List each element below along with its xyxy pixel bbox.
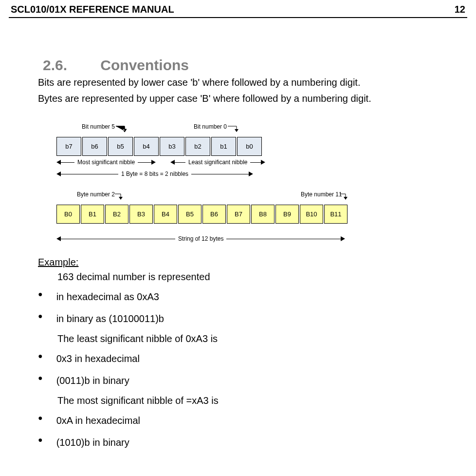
page: SCL010/01X REFERENCE MANUAL 12 2.6. Conv… [0, 0, 476, 476]
bit-cell: b4 [134, 137, 159, 156]
section-title: Conventions [100, 57, 189, 73]
intro-line-2: Bytes are represented by upper case 'B' … [38, 92, 461, 106]
bullet-text: in hexadecimal as 0xA3 [56, 290, 159, 304]
byte-cells-row: B0 B1 B2 B3 B4 B5 B6 B7 B8 B9 B10 B11 [56, 205, 461, 224]
example-line-2: The least significant nibble of 0xA3 is [57, 332, 461, 346]
example-line-3: The most significant nibble of =xA3 is [57, 394, 461, 408]
bullet-icon: ● [38, 288, 43, 301]
bullet-text: (1010)b in binary [56, 436, 129, 450]
intro-line-1: Bits are represented by lower case 'b' w… [38, 76, 461, 90]
bullet-icon: ● [38, 434, 43, 446]
byte-line-left-icon [56, 171, 118, 176]
byte-cell: B7 [227, 205, 250, 224]
bullet-icon: ● [38, 310, 43, 323]
byte-cell: B10 [300, 205, 323, 224]
byte-cell: B11 [324, 205, 348, 224]
byte-11-label: Byte number 11 [301, 191, 342, 198]
svg-marker-10 [344, 197, 348, 200]
svg-marker-4 [235, 129, 238, 132]
pointer-byte11-icon [340, 192, 351, 203]
bit-cell: b3 [160, 137, 184, 156]
msn-arrow-icon [56, 160, 74, 165]
bullet-text: (0011)b in binary [56, 374, 129, 388]
bullet-text: in binary as (10100011)b [56, 312, 164, 326]
msn-arrow-right-icon [138, 160, 156, 165]
bullet-icon: ● [38, 350, 43, 362]
byte-cell: B2 [105, 205, 128, 224]
byte-2-label: Byte number 2 [77, 191, 115, 198]
string-arrow-left-icon [56, 236, 175, 241]
byte-cell: B4 [154, 205, 177, 224]
example-heading: Example: [38, 257, 461, 268]
lsn-label: Least significant nibble [188, 159, 247, 166]
lsn-arrow-right-icon [250, 160, 265, 165]
content-area: 2.6. Conventions Bits are represented by… [0, 57, 476, 452]
conventions-diagram: Bit number 5 Bit number 0 b7 b6 b5 b4 b3… [38, 123, 461, 242]
list-item: ●(0011)b in binary [38, 372, 461, 390]
bit-cell: b7 [56, 137, 81, 156]
list-item: ●0xA in hexadecimal [38, 412, 461, 430]
bit-0-label: Bit number 0 [194, 123, 227, 130]
byte-cell: B3 [129, 205, 153, 224]
bit-cell: b1 [211, 137, 236, 156]
byte-cell: B6 [202, 205, 226, 224]
bullet-text: 0xA in hexadecimal [56, 414, 140, 428]
svg-marker-7 [119, 197, 123, 200]
byte-equation-label: 1 Byte = 8 bits = 2 nibbles [121, 171, 188, 177]
string-arrow-right-icon [226, 236, 345, 241]
byte-cell: B5 [178, 205, 201, 224]
list-item: ●(1010)b in binary [38, 434, 461, 452]
section-heading: 2.6. Conventions [43, 57, 461, 74]
byte-cell: B9 [275, 205, 299, 224]
list-item: ●0x3 in hexadecimal [38, 350, 461, 368]
string-label: String of 12 bytes [178, 235, 223, 242]
header-rule [9, 17, 467, 18]
lsn-arrow-icon [170, 160, 185, 165]
section-number: 2.6. [43, 57, 96, 74]
byte-cell: B1 [81, 205, 104, 224]
pointer-byte2-icon [115, 192, 127, 203]
list-item: ●in binary as (10100011)b [38, 310, 461, 328]
bit-cell: b5 [108, 137, 133, 156]
bit-5-label: Bit number 5 [82, 123, 115, 130]
pointer-bit5-icon [116, 124, 130, 135]
list-item: ●in hexadecimal as 0xA3 [38, 288, 461, 306]
bullet-text: 0x3 in hexadecimal [56, 352, 140, 366]
byte-cell: B8 [251, 205, 275, 224]
byte-line-right-icon [191, 171, 253, 176]
example-line-1: 163 decimal number is represented [57, 270, 461, 284]
doc-title: SCL010/01X REFERENCE MANUAL [11, 4, 174, 15]
bit-cell: b6 [82, 137, 107, 156]
page-header: SCL010/01X REFERENCE MANUAL 12 [0, 0, 476, 15]
msn-label: Most significant nibble [77, 159, 135, 166]
bullet-icon: ● [38, 372, 43, 384]
page-number: 12 [455, 4, 465, 15]
bit-cells-row: b7 b6 b5 b4 b3 b2 b1 b0 [56, 137, 461, 156]
bullet-icon: ● [38, 412, 43, 424]
bit-cell: b0 [237, 137, 262, 156]
pointer-bit0-icon [228, 124, 242, 135]
byte-cell: B0 [56, 205, 80, 224]
bit-cell: b2 [185, 137, 210, 156]
